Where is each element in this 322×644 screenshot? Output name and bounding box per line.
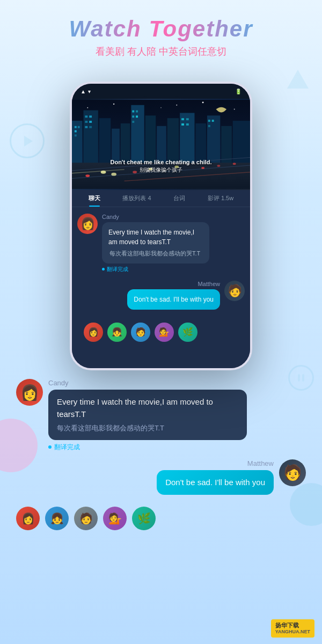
- svg-rect-19: [89, 126, 92, 128]
- external-chat-area: 👩 Candy Every time I watch the movie,I a…: [16, 379, 306, 535]
- tab-playlist[interactable]: 播放列表 4: [122, 194, 151, 204]
- status-right-icons: 🔋: [235, 89, 241, 94]
- svg-rect-32: [132, 111, 134, 113]
- username-matthew: Matthew: [127, 281, 220, 287]
- video-player[interactable]: Don't cheat me like cheating a child. 别骗…: [72, 99, 250, 190]
- page-title: Watch Together: [0, 16, 322, 42]
- translate-dot: [102, 268, 105, 270]
- avatar-matthew: 🧑: [224, 281, 245, 301]
- avatar-candy: 👩: [77, 214, 98, 234]
- ext-candy-cn: 每次看这部电影我都会感动的哭T.T: [57, 423, 238, 434]
- message-candy: 👩 Candy Every time I watch the movie,I a…: [77, 214, 245, 273]
- signal-icon: ▲: [80, 89, 86, 94]
- translate-badge-candy: 翻译完成: [102, 266, 209, 273]
- tab-reviews[interactable]: 影评 1.5w: [208, 194, 233, 204]
- ext-bubble-matthew: Don't be sad. I'll be with you: [157, 470, 274, 495]
- tab-chat[interactable]: 聊天: [89, 194, 100, 204]
- svg-rect-42: [212, 120, 214, 122]
- ext-matthew-en: Don't be sad. I'll be with you: [165, 478, 265, 487]
- ext-mini-2: 👧: [45, 507, 69, 530]
- subtitle-chinese: 别骗我像骗个孩子: [72, 166, 250, 174]
- phone-notch: [137, 84, 185, 97]
- ext-username-matthew: Matthew: [157, 459, 274, 467]
- ext-translate-dot: [48, 445, 52, 449]
- svg-rect-12: [75, 130, 77, 133]
- bubble-candy-text-cn: 每次看这部电影我都会感动的哭T.T: [108, 249, 203, 258]
- bottom-avatars-row: 👩 👧 🧑 💁 🌿: [77, 317, 245, 347]
- svg-point-5: [202, 101, 204, 103]
- svg-rect-40: [186, 123, 189, 126]
- chat-area: 👩 Candy Every time I watch the movie,I a…: [72, 207, 250, 368]
- ext-avatar-matthew: 🧑: [279, 459, 306, 486]
- message-content-candy: Candy Every time I watch the movie,I am …: [102, 214, 209, 273]
- ext-mini-1: 👩: [16, 507, 40, 530]
- watermark: 扬华下载 YANGHUA.NET: [271, 619, 314, 638]
- svg-rect-13: [75, 134, 77, 136]
- message-matthew: 🧑 Matthew Don't be sad. I'll be with you: [77, 281, 245, 310]
- svg-rect-18: [85, 126, 87, 128]
- ext-avatar-candy: 👩: [16, 379, 43, 406]
- wifi-icon: ▾: [88, 89, 91, 94]
- subtitle-english: Don't cheat me like cheating a child.: [72, 159, 250, 165]
- mini-avatar-3: 🧑: [131, 323, 150, 342]
- bubble-matthew-text-en: Don't be sad. I'll be with you: [134, 296, 214, 303]
- city-scene-svg: [72, 99, 250, 190]
- svg-rect-36: [132, 121, 134, 123]
- svg-rect-41: [208, 120, 210, 122]
- ext-bubble-candy: Every time I watch the movie,I am moved …: [48, 390, 247, 440]
- svg-point-4: [176, 105, 177, 106]
- header: Watch Together 看美剧 有人陪 中英台词任意切: [0, 0, 322, 63]
- video-subtitles: Don't cheat me like cheating a child. 别骗…: [72, 159, 250, 174]
- page: Watch Together 看美剧 有人陪 中英台词任意切 ▲ ▾ 🔋: [0, 0, 322, 644]
- phone-mockup-wrapper: ▲ ▾ 🔋: [0, 71, 322, 370]
- svg-rect-15: [89, 115, 92, 118]
- ext-content-candy: Candy Every time I watch the movie,I am …: [48, 379, 247, 452]
- mini-avatar-5: 🌿: [178, 323, 197, 342]
- svg-point-6: [234, 109, 235, 110]
- bubble-candy: Every time I watch the movie,I am moved …: [102, 222, 209, 264]
- status-left-icons: ▲ ▾: [80, 89, 91, 94]
- status-bar: ▲ ▾ 🔋: [72, 84, 250, 99]
- ext-mini-3: 🧑: [74, 507, 98, 530]
- ext-message-candy: 👩 Candy Every time I watch the movie,I a…: [16, 379, 306, 452]
- watermark-line1: 扬华下载: [275, 621, 310, 629]
- translate-label-candy: 翻译完成: [107, 266, 128, 273]
- ext-message-matthew: 🧑 Matthew Don't be sad. I'll be with you: [16, 459, 306, 495]
- svg-rect-37: [181, 118, 184, 120]
- svg-point-51: [85, 174, 90, 177]
- tab-bar: 聊天 播放列表 4 台词 影评 1.5w: [72, 190, 250, 207]
- bubble-matthew: Don't be sad. I'll be with you: [127, 289, 220, 310]
- page-subtitle: 看美剧 有人陪 中英台词任意切: [0, 45, 322, 58]
- svg-rect-16: [85, 121, 87, 123]
- message-content-matthew: Matthew Don't be sad. I'll be with you: [127, 281, 220, 310]
- ext-translate-badge: 翻译完成: [48, 443, 247, 452]
- ext-mini-4: 💁: [103, 507, 127, 530]
- mini-avatar-2: 👧: [107, 323, 127, 342]
- ext-candy-en: Every time I watch the movie,I am moved …: [57, 397, 213, 419]
- mini-avatar-4: 💁: [155, 323, 174, 342]
- svg-rect-38: [186, 118, 189, 120]
- svg-rect-43: [208, 125, 210, 127]
- svg-point-1: [87, 107, 88, 108]
- username-candy: Candy: [102, 214, 209, 220]
- svg-rect-17: [89, 121, 92, 123]
- ext-username-candy: Candy: [48, 379, 247, 387]
- svg-rect-33: [136, 111, 138, 113]
- svg-rect-11: [78, 126, 80, 128]
- ext-content-matthew: Matthew Don't be sad. I'll be with you: [157, 459, 274, 495]
- svg-rect-35: [136, 115, 138, 118]
- svg-point-7: [160, 107, 162, 108]
- ext-bottom-row: 👩 👧 🧑 💁 🌿: [16, 502, 306, 535]
- battery-icon: 🔋: [235, 89, 241, 94]
- watermark-line2: YANGHUA.NET: [275, 629, 310, 635]
- ext-translate-text: 翻译完成: [54, 443, 80, 452]
- phone-mockup: ▲ ▾ 🔋: [70, 82, 252, 370]
- tab-dialogue[interactable]: 台词: [173, 194, 185, 204]
- bubble-candy-text-en: Every time I watch the movie,I am moved …: [108, 229, 194, 246]
- svg-rect-14: [85, 115, 87, 118]
- mini-avatar-1: 👩: [84, 323, 103, 342]
- ext-mini-5: 🌿: [132, 507, 156, 530]
- svg-rect-39: [181, 123, 184, 126]
- svg-point-2: [113, 104, 114, 105]
- svg-rect-10: [75, 126, 77, 128]
